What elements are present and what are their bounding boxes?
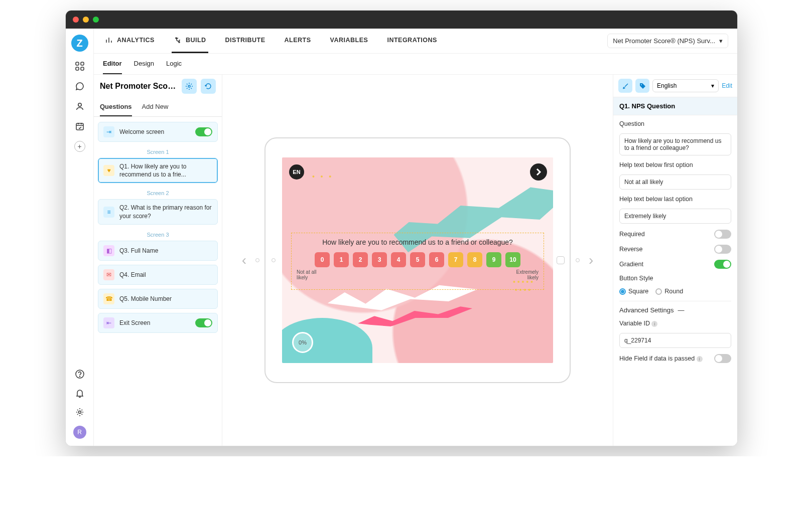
welcome-toggle[interactable]	[195, 127, 212, 136]
nps-1[interactable]: 1	[334, 252, 349, 267]
button-style-label: Button Style	[619, 275, 731, 282]
help-last-input[interactable]: Extremely likely	[619, 209, 731, 224]
nps-2[interactable]: 2	[353, 252, 368, 267]
settings-button[interactable]	[182, 79, 197, 94]
nps-10[interactable]: 10	[505, 252, 520, 267]
screen-1-label: Screen 1	[98, 146, 218, 158]
welcome-label: Welcome screen	[119, 128, 164, 136]
user-icon[interactable]	[74, 101, 85, 112]
exit-label: Exit Screen	[119, 319, 150, 327]
window-close-dot[interactable]	[73, 17, 79, 23]
q2-label: Q2. What is the primary reason for your …	[119, 204, 212, 220]
reverse-label: Reverse	[619, 246, 643, 253]
edit-link[interactable]: Edit	[722, 82, 732, 89]
nav-build-label: BUILD	[186, 37, 206, 44]
advanced-settings-header[interactable]: Advanced Settings —	[619, 301, 731, 314]
gear-icon[interactable]	[74, 407, 85, 418]
subtab-design[interactable]: Design	[134, 54, 154, 74]
nps-8[interactable]: 8	[467, 252, 482, 267]
brush-icon[interactable]	[618, 79, 632, 93]
q5-card[interactable]: ☎ Q5. Mobile Number	[98, 289, 218, 309]
svg-point-9	[188, 85, 190, 87]
q1-card[interactable]: ♥ Q1. How likely are you to recommend us…	[98, 158, 218, 183]
nps-7[interactable]: 7	[448, 252, 463, 267]
device-frame: • • • • • • • • • • • • EN How likely ar…	[264, 137, 571, 383]
svg-point-10	[641, 84, 642, 85]
gradient-toggle[interactable]	[714, 260, 731, 269]
exit-screen-card[interactable]: ⇤ Exit Screen	[98, 313, 218, 333]
nps-9[interactable]: 9	[486, 252, 501, 267]
grid-icon[interactable]	[74, 61, 85, 72]
help-icon[interactable]	[74, 369, 85, 380]
help-first-input[interactable]: Not at all likely	[619, 174, 731, 190]
info-icon[interactable]: i	[697, 356, 703, 362]
mail-icon: ✉	[103, 269, 114, 280]
language-select[interactable]: English ▾	[652, 79, 719, 92]
nav-variables[interactable]: VARIABLES	[328, 29, 370, 53]
window-max-dot[interactable]	[93, 17, 99, 23]
chat-icon[interactable]	[74, 81, 85, 92]
hide-field-toggle[interactable]	[714, 354, 731, 363]
nav-analytics-label: ANALYTICS	[117, 37, 155, 44]
nps-4[interactable]: 4	[391, 252, 406, 267]
subtab-editor[interactable]: Editor	[103, 54, 122, 74]
variable-id-label: Variable ID i	[619, 320, 731, 327]
info-icon[interactable]: i	[651, 321, 657, 327]
q5-label: Q5. Mobile Number	[119, 295, 172, 303]
subtab-logic[interactable]: Logic	[166, 54, 182, 74]
next-page-chevron[interactable]: ›	[585, 248, 597, 272]
required-label: Required	[619, 231, 645, 238]
nav-alerts[interactable]: ALERTS	[283, 29, 313, 53]
name-icon: ◧	[103, 245, 114, 256]
nav-distribute[interactable]: DISTRIBUTE	[223, 29, 267, 53]
gradient-label: Gradient	[619, 261, 643, 268]
language-label: English	[657, 82, 677, 89]
nav-build[interactable]: BUILD	[172, 29, 208, 53]
avatar[interactable]: R	[73, 426, 86, 439]
prev-page-chevron[interactable]: ‹	[238, 248, 250, 272]
required-toggle[interactable]	[714, 230, 731, 239]
right-panel-header: Q1. NPS Question	[613, 97, 737, 115]
preview-canvas: ‹ • • • • • • • • • • • • EN	[222, 75, 613, 446]
app-logo[interactable]: Z	[71, 35, 88, 52]
reverse-toggle[interactable]	[714, 245, 731, 254]
add-icon[interactable]: +	[74, 141, 85, 152]
history-button[interactable]	[201, 79, 216, 94]
preview-screen: • • • • • • • • • • • • EN How likely ar…	[282, 157, 553, 363]
nps-3[interactable]: 3	[372, 252, 387, 267]
variable-id-input[interactable]: q_229714	[619, 333, 731, 348]
nav-integrations[interactable]: INTEGRATIONS	[385, 29, 439, 53]
question-input[interactable]: How likely are you to recommend us to a …	[619, 133, 731, 155]
calendar-icon[interactable]	[74, 121, 85, 132]
welcome-icon: ⇥	[103, 126, 114, 137]
progress-indicator: 0%	[292, 332, 313, 353]
nps-6[interactable]: 6	[429, 252, 444, 267]
left-panel: Net Promoter Score... Questions Add New …	[94, 75, 222, 446]
radio-square[interactable]: Square	[619, 288, 648, 295]
radio-round[interactable]: Round	[655, 288, 683, 295]
tab-add-new[interactable]: Add New	[142, 98, 169, 116]
nps-0[interactable]: 0	[315, 252, 330, 267]
exit-toggle[interactable]	[195, 318, 212, 327]
q4-card[interactable]: ✉ Q4. Email	[98, 265, 218, 285]
help-last-label: Help text below last option	[619, 196, 731, 203]
page-dot-left	[255, 258, 259, 262]
welcome-screen-card[interactable]: ⇥ Welcome screen	[98, 122, 218, 142]
tab-questions[interactable]: Questions	[100, 98, 132, 116]
survey-title: Net Promoter Score...	[100, 82, 178, 91]
high-anchor-label: Extremely likely	[508, 269, 539, 280]
tag-icon[interactable]	[635, 79, 649, 93]
preview-question-text: How likely are you to recommend us to a …	[296, 238, 540, 246]
q3-card[interactable]: ◧ Q3. Full Name	[98, 241, 218, 261]
nav-analytics[interactable]: ANALYTICS	[103, 29, 157, 53]
titlebar	[66, 11, 737, 29]
bell-icon[interactable]	[74, 388, 85, 399]
screen-2-label: Screen 2	[98, 187, 218, 199]
survey-dropdown[interactable]: Net Promoter Score® (NPS) Surv... ▾	[607, 34, 728, 48]
svg-rect-2	[76, 67, 79, 70]
q2-card[interactable]: ≡ Q2. What is the primary reason for you…	[98, 199, 218, 224]
next-button[interactable]	[530, 163, 547, 181]
language-badge[interactable]: EN	[289, 164, 304, 180]
nps-5[interactable]: 5	[410, 252, 425, 267]
window-min-dot[interactable]	[83, 17, 89, 23]
